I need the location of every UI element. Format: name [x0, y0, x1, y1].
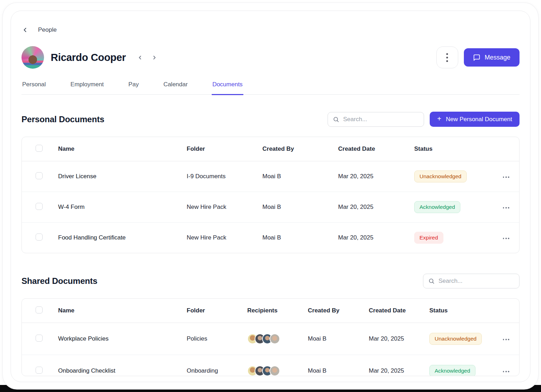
- new-personal-document-button[interactable]: + New Personal Document: [430, 112, 520, 127]
- document-name: Driver License: [58, 173, 187, 180]
- personal-documents-table: NameFolderCreated ByCreated DateStatus D…: [21, 137, 520, 253]
- profile-nav: [137, 55, 157, 61]
- select-all-checkbox[interactable]: [36, 145, 43, 152]
- row-checkbox[interactable]: [36, 367, 43, 374]
- document-folder: New Hire Pack: [187, 204, 262, 211]
- breadcrumb: People: [21, 26, 520, 33]
- message-button[interactable]: Message: [464, 48, 520, 67]
- document-name: Onboarding Checklist: [58, 367, 187, 374]
- row-checkbox[interactable]: [36, 203, 43, 210]
- row-checkbox[interactable]: [36, 335, 43, 342]
- personal-documents-search: [328, 112, 424, 127]
- recipient-avatar: [269, 366, 280, 376]
- message-button-label: Message: [485, 54, 510, 61]
- document-folder: Policies: [187, 335, 247, 342]
- document-created-by: Moai B: [308, 335, 369, 342]
- document-created-by: Moai B: [262, 234, 338, 241]
- document-created-by: Moai B: [308, 367, 369, 374]
- row-actions-menu[interactable]: [502, 235, 511, 242]
- table-row[interactable]: Onboarding Checklist Onboarding Moai B M…: [22, 355, 519, 376]
- tab-employment[interactable]: Employment: [70, 77, 104, 95]
- profile-name: Ricardo Cooper: [51, 52, 126, 63]
- status-badge: Acknowledged: [429, 365, 475, 376]
- main-panel: People Ricardo Cooper Mes: [11, 11, 530, 382]
- table-row[interactable]: Food Handling Certificate New Hire Pack …: [22, 222, 519, 253]
- shared-documents-table: NameFolderRecipientsCreated ByCreated Da…: [21, 298, 520, 376]
- tab-pay[interactable]: Pay: [128, 77, 139, 95]
- column-header: Folder: [187, 307, 247, 314]
- plus-icon: +: [437, 115, 441, 123]
- new-personal-document-label: New Personal Document: [446, 116, 512, 123]
- chat-bubble-icon: [473, 54, 480, 61]
- next-person-icon[interactable]: [151, 55, 157, 61]
- search-icon: [333, 116, 339, 123]
- breadcrumb-people-link[interactable]: People: [38, 26, 57, 33]
- profile-avatar: [21, 46, 44, 69]
- document-created-date: Mar 20, 2025: [338, 234, 414, 241]
- back-chevron-icon[interactable]: [21, 26, 29, 33]
- document-name: W-4 Form: [58, 204, 187, 211]
- document-name: Workplace Policies: [58, 335, 187, 342]
- column-header: Recipients: [247, 307, 308, 314]
- table-row[interactable]: W-4 Form New Hire Pack Moai B Mar 20, 20…: [22, 192, 519, 222]
- table-row[interactable]: Workplace Policies Policies Moai B Mar 2…: [22, 323, 519, 355]
- profile-tabs: PersonalEmploymentPayCalendarDocuments: [21, 77, 520, 95]
- table-row[interactable]: Driver License I-9 Documents Moai B Mar …: [22, 161, 519, 192]
- table-header-row: NameFolderRecipientsCreated ByCreated Da…: [22, 299, 519, 323]
- column-header: Status: [429, 307, 495, 314]
- column-header: Folder: [187, 145, 262, 153]
- document-created-date: Mar 20, 2025: [369, 367, 429, 374]
- document-created-by: Moai B: [262, 204, 338, 211]
- recipient-avatar: [269, 334, 280, 344]
- shared-documents-header: Shared Documents: [21, 274, 520, 288]
- row-actions-menu[interactable]: [502, 368, 511, 375]
- document-name: Food Handling Certificate: [58, 234, 187, 241]
- document-folder: Onboarding: [187, 367, 247, 374]
- tab-personal[interactable]: Personal: [21, 77, 46, 95]
- column-header: Status: [414, 145, 495, 153]
- row-checkbox[interactable]: [36, 172, 43, 179]
- status-badge: Unacknowledged: [414, 170, 467, 182]
- row-actions-menu[interactable]: [502, 204, 511, 211]
- column-header: Created By: [308, 307, 369, 314]
- personal-documents-header: Personal Documents + New Personal Docume…: [21, 112, 520, 127]
- column-header: Name: [58, 307, 187, 314]
- column-header: Created Date: [369, 307, 429, 314]
- document-folder: New Hire Pack: [187, 234, 262, 241]
- status-badge: Acknowledged: [414, 201, 460, 213]
- profile-header: Ricardo Cooper Message: [21, 46, 520, 69]
- status-badge: Unacknowledged: [429, 333, 482, 345]
- search-input[interactable]: [343, 116, 421, 123]
- column-header: Created Date: [338, 145, 414, 153]
- tab-documents[interactable]: Documents: [212, 77, 243, 95]
- previous-person-icon[interactable]: [137, 55, 143, 61]
- row-actions-menu[interactable]: [502, 336, 511, 343]
- more-actions-button[interactable]: [436, 46, 458, 68]
- table-header-row: NameFolderCreated ByCreated DateStatus: [22, 137, 519, 161]
- recipients-avatar-stack: [247, 366, 308, 376]
- shared-documents-search: [423, 274, 520, 288]
- tab-calendar[interactable]: Calendar: [163, 77, 188, 95]
- app-window: People Ricardo Cooper Mes: [3, 3, 538, 389]
- document-created-date: Mar 20, 2025: [338, 173, 414, 180]
- search-input[interactable]: [439, 278, 516, 285]
- select-all-checkbox[interactable]: [36, 306, 43, 313]
- row-checkbox[interactable]: [36, 234, 43, 241]
- recipients-avatar-stack: [247, 334, 308, 344]
- personal-documents-title: Personal Documents: [21, 114, 104, 124]
- row-actions-menu[interactable]: [502, 174, 511, 181]
- document-created-date: Mar 20, 2025: [338, 204, 414, 211]
- column-header: Name: [58, 145, 187, 153]
- status-badge: Expired: [414, 232, 443, 244]
- document-created-date: Mar 20, 2025: [369, 335, 429, 342]
- column-header: Created By: [262, 145, 338, 153]
- document-created-by: Moai B: [262, 173, 338, 180]
- document-folder: I-9 Documents: [187, 173, 262, 180]
- search-icon: [428, 278, 435, 284]
- shared-documents-title: Shared Documents: [21, 276, 98, 286]
